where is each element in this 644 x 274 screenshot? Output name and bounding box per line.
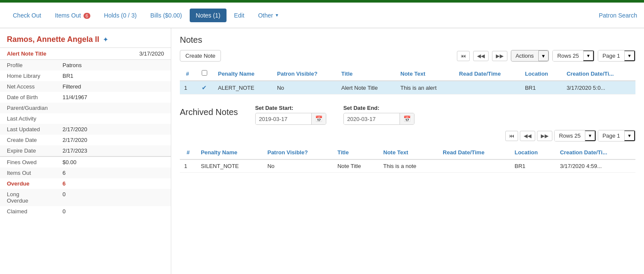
pin-icon[interactable]: ✦: [103, 35, 108, 44]
date-end-group: Set Date End: 📅: [343, 105, 414, 125]
content-area: Notes Create Note ⏮ ◀◀ ▶▶ Actions ▼ Rows…: [171, 28, 644, 274]
net-access-value: Filtered: [56, 81, 171, 92]
col-title: Title: [337, 67, 396, 81]
archived-notes-table: # Penalty Name Patron Visible? Title Not…: [180, 146, 635, 173]
archived-rows-button[interactable]: Rows 25: [555, 130, 585, 141]
patron-search-link[interactable]: Patron Search: [599, 12, 638, 19]
nav-bar: Check Out Items Out 6 Holds (0 / 3) Bill…: [0, 3, 644, 28]
fines-value: $0.00: [56, 156, 171, 168]
date-end-input[interactable]: [344, 114, 400, 124]
archived-rows-dropdown[interactable]: ▼: [585, 130, 596, 141]
col-read-date: Read Date/Time: [455, 67, 521, 81]
info-row-long-overdue: LongOverdue 0: [0, 189, 171, 206]
home-library-label: Home Library: [0, 71, 56, 81]
date-start-input[interactable]: [256, 114, 311, 124]
nav-bills[interactable]: Bills ($0.00): [144, 9, 188, 22]
archived-nav-prev[interactable]: ◀◀: [520, 131, 535, 141]
select-all-checkbox[interactable]: [202, 70, 207, 76]
archived-row-penalty-name: SILENT_NOTE: [197, 159, 263, 173]
alert-note-row: Alert Note Title 3/17/2020: [0, 47, 171, 60]
nav-items-out[interactable]: Items Out 6: [49, 9, 96, 22]
archived-row-patron-visible: No: [263, 159, 333, 173]
dob-label: Date of Birth: [0, 92, 56, 103]
nav-other[interactable]: Other ▼: [252, 9, 285, 22]
calendar-start-icon[interactable]: 📅: [311, 113, 326, 124]
nav-items-out-label: Items Out: [55, 12, 83, 19]
archived-col-note-text: Note Text: [379, 146, 438, 159]
create-date-label: Create Date: [0, 135, 56, 145]
overdue-label: Overdue: [0, 178, 56, 189]
overdue-value: 6: [56, 178, 171, 189]
info-row-last-activity: Last Activity: [0, 113, 171, 124]
info-row-net-access: Net Access Filtered: [0, 81, 171, 92]
info-row-create-date: Create Date 2/17/2020: [0, 135, 171, 145]
row-title: Alert Note Title: [337, 81, 396, 94]
parent-label: Parent/Guardian: [0, 103, 56, 113]
rows-dropdown-button[interactable]: ▼: [583, 50, 594, 61]
nav-first-button[interactable]: ⏮: [457, 51, 470, 61]
date-start-label: Set Date Start:: [255, 105, 326, 111]
parent-value: [56, 103, 171, 113]
archived-page-button[interactable]: Page 1: [598, 130, 624, 141]
patron-info-table: Profile Patrons Home Library BR1 Net Acc…: [0, 60, 171, 217]
nav-other-label: Other: [258, 12, 273, 19]
expire-date-value: 2/17/2023: [56, 145, 171, 156]
main-layout: Ramos, Annette Angela II ✦ Alert Note Ti…: [0, 28, 644, 274]
row-location: BR1: [521, 81, 562, 94]
col-patron-visible: Patron Visible?: [273, 67, 337, 81]
archived-col-read-date: Read Date/Time: [438, 146, 510, 159]
date-start-group: Set Date Start: 📅: [255, 105, 326, 125]
col-num: #: [180, 67, 195, 81]
archived-row-title: Note Title: [333, 159, 379, 173]
row-patron-visible: No: [273, 81, 337, 94]
info-row-last-updated: Last Updated 2/17/2020: [0, 124, 171, 135]
fines-label: Fines Owed: [0, 156, 56, 168]
nav-prev-button[interactable]: ◀◀: [473, 51, 489, 61]
last-updated-label: Last Updated: [0, 124, 56, 135]
chevron-down-icon: ▼: [275, 13, 279, 18]
archived-col-penalty-name: Penalty Name: [197, 146, 263, 159]
patron-header: Ramos, Annette Angela II ✦: [0, 28, 171, 47]
table-row: 1 SILENT_NOTE No Note Title This is a no…: [180, 159, 635, 173]
archived-notes-header: Archived Notes Set Date Start: 📅 Set Dat…: [180, 105, 635, 125]
profile-value: Patrons: [56, 60, 171, 71]
archived-nav-next[interactable]: ▶▶: [537, 131, 552, 141]
archived-notes-title: Archived Notes: [180, 107, 238, 117]
archived-pagination: ⏮ ◀◀ ▶▶ Rows 25 ▼ Page 1 ▼: [180, 130, 635, 141]
long-overdue-value: 0: [56, 189, 171, 206]
notes-section-title: Notes: [180, 35, 635, 45]
col-penalty-name: Penalty Name: [214, 67, 273, 81]
sidebar: Ramos, Annette Angela II ✦ Alert Note Ti…: [0, 28, 171, 274]
actions-dropdown-button[interactable]: ▼: [538, 50, 549, 61]
date-end-input-wrapper: 📅: [343, 113, 414, 125]
col-note-text: Note Text: [396, 67, 455, 81]
archived-nav-first[interactable]: ⏮: [505, 131, 518, 141]
notes-table: # Penalty Name Patron Visible? Title Not…: [180, 67, 635, 94]
profile-label: Profile: [0, 60, 56, 71]
row-penalty-name: ALERT_NOTE: [214, 81, 273, 94]
archived-col-title: Title: [333, 146, 379, 159]
nav-notes[interactable]: Notes (1): [190, 9, 227, 22]
items-out-label: Items Out: [0, 168, 56, 178]
last-activity-value: [56, 113, 171, 124]
rows-per-page-button[interactable]: Rows 25: [553, 50, 583, 61]
page-button[interactable]: Page 1: [598, 50, 624, 61]
info-row-dob: Date of Birth 11/4/1967: [0, 92, 171, 103]
page-dropdown-button[interactable]: ▼: [624, 50, 635, 61]
info-row-claimed: Claimed 0: [0, 206, 171, 217]
nav-edit[interactable]: Edit: [228, 9, 250, 22]
actions-button[interactable]: Actions: [511, 50, 538, 61]
last-activity-label: Last Activity: [0, 113, 56, 124]
row-checkbox-cell: ✔: [195, 81, 214, 94]
archived-row-num: 1: [180, 159, 197, 173]
col-location: Location: [521, 67, 562, 81]
archived-page-dropdown[interactable]: ▼: [624, 130, 635, 141]
nav-next-button[interactable]: ▶▶: [492, 51, 507, 61]
row-creation-date: 3/17/2020 5:0...: [562, 81, 635, 94]
notes-table-header-row: # Penalty Name Patron Visible? Title Not…: [180, 67, 635, 81]
nav-holds[interactable]: Holds (0 / 3): [98, 9, 143, 22]
calendar-end-icon[interactable]: 📅: [400, 113, 414, 124]
nav-check-out[interactable]: Check Out: [7, 9, 47, 22]
create-note-button[interactable]: Create Note: [180, 50, 221, 62]
patron-name: Ramos, Annette Angela II: [7, 35, 99, 44]
